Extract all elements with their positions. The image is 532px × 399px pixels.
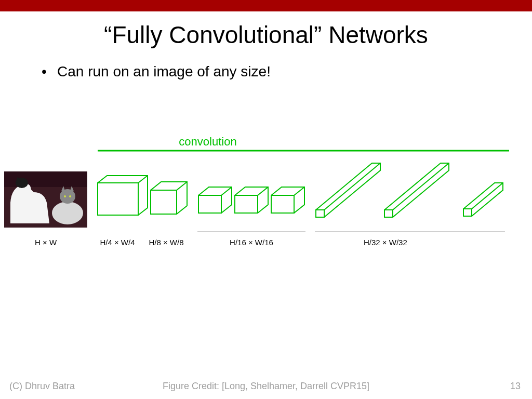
box-h32-a	[316, 163, 380, 217]
input-image	[4, 171, 87, 228]
dim-label-h4: H/4 × W/4	[100, 238, 135, 247]
box-h16-c	[271, 187, 304, 213]
slide-title: “Fully Convolutional” Networks	[0, 21, 532, 49]
svg-line-20	[393, 163, 449, 210]
svg-point-5	[64, 195, 66, 197]
svg-rect-19	[384, 210, 393, 217]
svg-line-8	[138, 176, 148, 183]
svg-line-10	[177, 182, 187, 190]
svg-rect-11	[198, 195, 221, 213]
footer-page-number: 13	[510, 381, 521, 392]
svg-point-6	[69, 195, 71, 197]
svg-rect-21	[463, 209, 472, 216]
footer-figure-credit: Figure Credit: [Long, Shelhamer, Darrell…	[0, 381, 532, 392]
svg-line-14	[258, 187, 268, 195]
svg-rect-9	[151, 190, 177, 214]
box-h4	[98, 176, 148, 215]
svg-line-22	[472, 183, 503, 209]
svg-line-18	[324, 163, 380, 210]
svg-point-3	[52, 202, 83, 224]
svg-rect-7	[98, 183, 138, 215]
svg-rect-15	[271, 195, 294, 213]
dim-label-hw: H × W	[35, 238, 57, 247]
top-accent-bar	[0, 0, 532, 11]
dim-label-h16: H/16 × W/16	[230, 238, 273, 247]
svg-line-12	[221, 187, 232, 195]
svg-rect-13	[235, 195, 258, 213]
feature-boxes	[98, 163, 503, 217]
box-h16-a	[198, 187, 232, 213]
bullet-item: Can run on an image of any size!	[42, 63, 532, 80]
box-h8	[151, 182, 187, 214]
fcn-diagram: convolution	[0, 130, 532, 286]
box-h32-c	[463, 183, 503, 216]
dim-label-h8: H/8 × W/8	[149, 238, 183, 247]
dim-label-h32: H/32 × W/32	[364, 238, 407, 247]
bullet-list: Can run on an image of any size!	[42, 63, 532, 80]
svg-rect-17	[316, 210, 324, 217]
box-h32-b	[384, 163, 449, 217]
convolution-label: convolution	[179, 135, 236, 148]
box-h16-b	[235, 187, 268, 213]
svg-line-16	[294, 187, 304, 195]
